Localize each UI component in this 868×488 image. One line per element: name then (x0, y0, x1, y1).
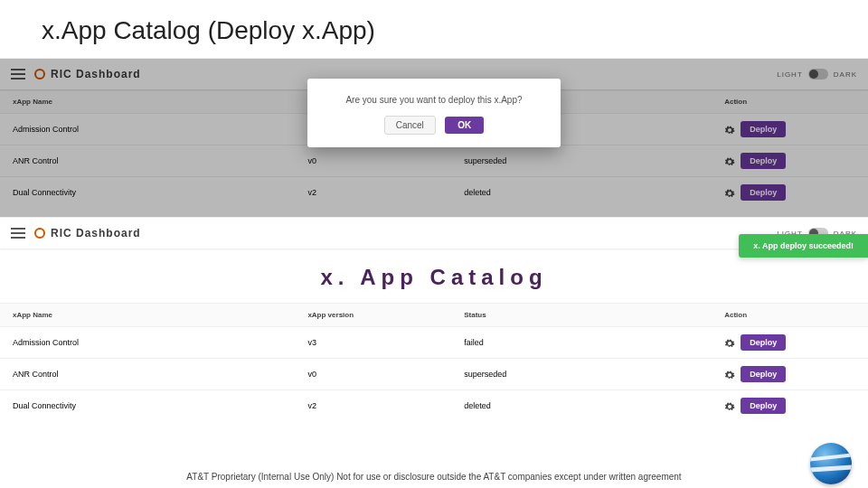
slide-title: x.App Catalog (Deploy x.App) (0, 0, 868, 58)
cell-name: ANR Control (0, 359, 295, 390)
brand-logo-icon (34, 228, 45, 239)
table-row: Admission Control v3 failed Deploy (0, 327, 868, 359)
deploy-button[interactable]: Deploy (741, 334, 786, 351)
deploy-button[interactable]: Deploy (741, 398, 786, 414)
panel-success: RIC Dashboard LIGHT DARK x. App deploy s… (0, 217, 868, 425)
table-row: ANR Control v0 superseded Deploy (0, 359, 868, 390)
brand-text: RIC Dashboard (51, 227, 141, 239)
cell-version: v3 (295, 327, 451, 359)
cell-status: superseded (451, 359, 712, 390)
appbar: RIC Dashboard LIGHT DARK (0, 218, 868, 249)
ok-button[interactable]: OK (445, 117, 484, 134)
panel-confirm: RIC Dashboard LIGHT DARK xApp Name xApp … (0, 58, 868, 217)
cell-version: v0 (295, 359, 451, 390)
col-name: xApp Name (0, 304, 295, 327)
col-version: xApp version (295, 304, 451, 327)
cell-status: deleted (451, 390, 712, 422)
footer-disclaimer: AT&T Proprietary (Internal Use Only) Not… (0, 471, 868, 483)
cell-name: Dual Connectivity (0, 390, 295, 422)
cell-name: Admission Control (0, 327, 295, 359)
table-row: Dual Connectivity v2 deleted Deploy (0, 390, 868, 422)
cancel-button[interactable]: Cancel (384, 116, 436, 135)
menu-icon[interactable] (11, 228, 25, 239)
gear-icon[interactable] (724, 401, 735, 412)
success-toast: x. App deploy succeeded! (739, 234, 868, 258)
cell-version: v2 (295, 390, 451, 422)
xapp-table: xApp Name xApp version Status Action Adm… (0, 303, 868, 421)
cell-status: failed (451, 327, 712, 359)
brand: RIC Dashboard (34, 227, 141, 239)
col-status: Status (451, 304, 712, 327)
gear-icon[interactable] (724, 338, 735, 349)
page-title: x. App Catalog (0, 249, 868, 303)
col-action: Action (712, 304, 868, 327)
att-logo-icon (810, 443, 852, 484)
modal-message: Are you sure you want to deploy this x.A… (322, 95, 546, 105)
deploy-button[interactable]: Deploy (741, 366, 786, 382)
gear-icon[interactable] (724, 370, 735, 380)
confirm-modal: Are you sure you want to deploy this x.A… (307, 79, 561, 147)
